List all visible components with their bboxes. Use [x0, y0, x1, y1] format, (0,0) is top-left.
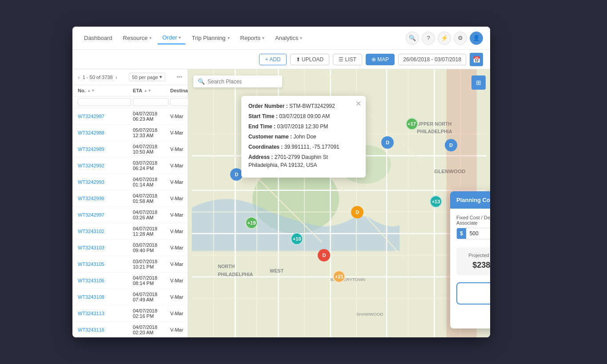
nav-analytics[interactable]: Analytics ▾: [271, 32, 307, 44]
date-range-picker[interactable]: 26/06/2018 - 03/07/2018: [398, 54, 466, 65]
table-row[interactable]: WT3242997 04/07/2018 03:26 AM V-Mar: [72, 207, 188, 223]
search-icon-button[interactable]: 🔍: [406, 32, 419, 45]
order-link[interactable]: WT3242988: [78, 130, 131, 135]
popup-close-button[interactable]: ✕: [355, 99, 361, 108]
search-places-input[interactable]: [208, 79, 278, 85]
prev-page-button[interactable]: ‹: [78, 74, 80, 81]
projected-cost-box: Projected Original Cost $238543.08: [456, 247, 490, 275]
order-link[interactable]: WT3243108: [78, 294, 131, 300]
map-layer-button[interactable]: ⊞: [471, 75, 486, 90]
filter-order-input[interactable]: [78, 98, 131, 106]
table-row[interactable]: WT3242992 03/07/2018 06:24 PM V-Mar: [72, 158, 188, 174]
nav-trip-planning[interactable]: Trip Planning ▾: [187, 32, 234, 44]
list-panel: ‹ 1 - 50 of 3738 › 50 per page ▾ ••• No.…: [72, 69, 188, 337]
order-link[interactable]: WT3242989: [78, 146, 131, 152]
calc-body: Fixed Cost / Delivery Associate $ Fuel C…: [450, 209, 490, 328]
eta-cell: 04/07/2018 07:49 AM: [133, 292, 168, 302]
order-popup: ✕ Order Number : STM-BWT3242992 Start Ti…: [241, 96, 366, 178]
nav-order[interactable]: Order ▾: [158, 32, 185, 44]
more-options-icon[interactable]: •••: [176, 74, 182, 80]
eta-cell: 04/07/2018 01:14 AM: [133, 177, 168, 187]
search-icon: 🔍: [198, 78, 205, 85]
popup-address: Address : 2701-2799 Dauphin St Philadelp…: [248, 153, 359, 169]
upload-button[interactable]: ⬆ UPLOAD: [290, 54, 330, 65]
table-row[interactable]: WT3243102 04/07/2018 11:28 AM V-Mar: [72, 223, 188, 240]
table-row[interactable]: WT3242987 04/07/2018 06:23 AM V-Mar: [72, 108, 188, 125]
table-row[interactable]: WT3243116 04/07/2018 02:20 AM V-Mar: [72, 322, 188, 337]
per-page-selector[interactable]: 50 per page ▾: [129, 73, 165, 81]
order-link[interactable]: WT3243105: [78, 261, 131, 267]
order-link[interactable]: WT3243103: [78, 245, 131, 250]
table-row[interactable]: WT3242989 04/07/2018 10:50 AM V-Mar: [72, 141, 188, 158]
savings-box: ─── You Saved ─── $45114.58: [456, 282, 490, 305]
order-link[interactable]: WT3242993: [78, 179, 131, 185]
table-row[interactable]: WT3243105 03/07/2018 10:21 PM V-Mar: [72, 256, 188, 273]
order-link[interactable]: WT3242997: [78, 212, 131, 218]
order-link[interactable]: WT3243113: [78, 311, 131, 316]
analytics-chevron-icon: ▾: [300, 36, 302, 40]
per-page-chevron-icon: ▾: [160, 74, 162, 80]
popup-order-number: Order Number : STM-BWT3242992: [248, 102, 359, 110]
map-marker-cluster4[interactable]: +13: [430, 195, 442, 208]
pagination-info: 1 - 50 of 3738: [83, 75, 113, 80]
dest-cell: V-Mar: [170, 261, 188, 267]
order-link[interactable]: WT3242992: [78, 163, 131, 168]
bolt-icon-button[interactable]: ⚡: [438, 32, 451, 45]
eta-cell: 05/07/2018 12:33 AM: [133, 127, 168, 138]
order-chevron-icon: ▾: [179, 35, 181, 40]
fixed-cost-prefix: $: [457, 228, 466, 239]
map-view-button[interactable]: ⊕ MAP: [366, 54, 395, 65]
order-link[interactable]: WT3242987: [78, 114, 131, 119]
table-row[interactable]: WT3242988 05/07/2018 12:33 AM V-Mar: [72, 125, 188, 141]
popup-coordinates: Coordinates : 39.991111, -75.177091: [248, 143, 359, 151]
map-marker-d2[interactable]: D: [318, 249, 330, 261]
sort-icon-eta[interactable]: ▲▼: [144, 88, 152, 93]
map-marker-cluster3[interactable]: +17: [406, 118, 418, 130]
table-row[interactable]: WT3243103 03/07/2018 09:40 PM V-Mar: [72, 240, 188, 256]
table-row[interactable]: WT3243106 04/07/2018 08:14 PM V-Mar: [72, 273, 188, 289]
dest-cell: V-Mar: [170, 196, 188, 201]
order-link[interactable]: WT3243106: [78, 278, 131, 283]
next-page-button[interactable]: ›: [116, 74, 118, 81]
eta-cell: 04/07/2018 02:16 PM: [133, 308, 168, 319]
map-marker-d4[interactable]: D: [381, 136, 394, 149]
dest-cell: V-Mar: [170, 327, 188, 332]
nav-dashboard[interactable]: Dashboard: [80, 32, 117, 44]
nav-reports[interactable]: Reports ▾: [236, 32, 269, 44]
dest-cell: V-Mar: [170, 114, 188, 119]
order-link[interactable]: WT3243102: [78, 229, 131, 234]
calc-title: Planning Cost Calculator: [456, 197, 490, 203]
pagination: ‹ 1 - 50 of 3738 ›: [78, 74, 117, 81]
popup-start-time: Start Time : 03/07/2018 09:00 AM: [248, 112, 359, 120]
top-navigation: Dashboard Resource ▾ Order ▾ Trip Planni…: [72, 27, 490, 50]
svg-text:NORTH: NORTH: [218, 264, 235, 269]
map-background: UPPER NORTH PHILADELPHIA GLENWOOD NORTH …: [188, 69, 490, 337]
order-link[interactable]: WT3242996: [78, 196, 131, 201]
resource-chevron-icon: ▾: [149, 36, 152, 40]
fixed-cost-input[interactable]: [466, 228, 490, 239]
table-rows: WT3242987 04/07/2018 06:23 AM V-Mar WT32…: [72, 108, 188, 337]
calendar-icon-button[interactable]: 📅: [470, 53, 483, 66]
add-button[interactable]: + ADD: [259, 54, 286, 65]
eta-cell: 03/07/2018 10:21 PM: [133, 259, 168, 269]
fixed-cost-input-wrap: $: [456, 228, 490, 239]
table-row[interactable]: WT3242996 04/07/2018 01:58 AM V-Mar: [72, 190, 188, 207]
popup-customer-name: Customer name : John Doe: [248, 133, 359, 141]
filter-eta-input[interactable]: [133, 98, 168, 106]
nav-resource[interactable]: Resource ▾: [119, 32, 156, 44]
dest-cell: V-Mar: [170, 229, 188, 234]
help-icon-button[interactable]: ?: [422, 32, 435, 45]
list-view-button[interactable]: ☰ LIST: [333, 54, 362, 65]
table-row[interactable]: WT3242993 04/07/2018 01:14 AM V-Mar: [72, 174, 188, 190]
order-link[interactable]: WT3243116: [78, 327, 131, 332]
settings-icon-button[interactable]: ⚙: [454, 32, 467, 45]
avatar-button[interactable]: 👤: [470, 32, 483, 45]
reports-chevron-icon: ▾: [262, 36, 264, 40]
eta-cell: 04/07/2018 06:23 AM: [133, 111, 168, 122]
table-row[interactable]: WT3243113 04/07/2018 02:16 PM V-Mar: [72, 305, 188, 322]
map-marker-d5[interactable]: D: [445, 139, 457, 151]
eta-cell: 03/07/2018 06:24 PM: [133, 160, 168, 171]
projected-cost-value: $238543.08: [462, 261, 490, 270]
table-row[interactable]: WT3243108 04/07/2018 07:49 AM V-Mar: [72, 289, 188, 305]
sort-icon-order[interactable]: ▲▼: [87, 88, 95, 93]
